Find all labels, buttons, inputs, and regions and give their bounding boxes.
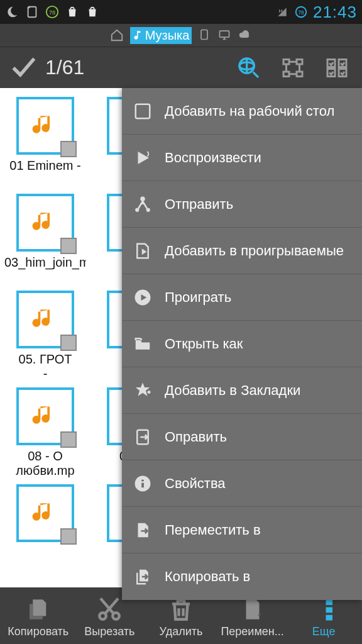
music-file-icon <box>29 399 57 433</box>
status-icon-moon <box>5 5 19 19</box>
svg-rect-12 <box>283 72 289 77</box>
menu-item-move-to[interactable]: Переместить в <box>122 507 362 553</box>
tablet-icon[interactable] <box>198 28 212 42</box>
menu-item-add-desktop[interactable]: Добавить на рабочий стол <box>122 88 362 135</box>
web-search-button[interactable] <box>233 52 265 84</box>
menu-item-label: Добавить в проигрываемые <box>165 243 344 259</box>
menu-item-bookmark[interactable]: Добавить в Закладки <box>122 367 362 414</box>
file-thumb <box>16 484 74 542</box>
send-icon <box>132 194 153 215</box>
menu-item-label: Воспроизвести <box>165 150 261 166</box>
svg-rect-0 <box>28 7 36 18</box>
cloud-icon[interactable] <box>238 28 252 42</box>
svg-rect-6 <box>201 30 207 40</box>
more-button[interactable]: Еще <box>289 596 358 638</box>
selection-overlay-icon <box>60 431 77 448</box>
menu-item-label: Оправить <box>165 429 227 445</box>
selection-overlay-icon <box>60 528 77 545</box>
delete-label: Удалить <box>160 625 203 638</box>
add-playing-icon <box>132 240 153 262</box>
svg-rect-10 <box>283 59 289 64</box>
svg-point-20 <box>135 208 139 211</box>
svg-rect-13 <box>297 72 302 77</box>
svg-rect-7 <box>220 31 229 37</box>
menu-item-label: Проиграть <box>165 289 231 306</box>
menu-item-label: Свойства <box>165 475 226 492</box>
rename-button[interactable]: Переимен... <box>218 596 287 638</box>
share-icon <box>132 426 153 448</box>
menu-item-label: Копировать в <box>165 569 250 585</box>
svg-point-19 <box>140 196 145 201</box>
menu-item-label: Открыть как <box>165 336 243 352</box>
menu-item-label: Переместить в <box>165 522 261 538</box>
svg-text:78: 78 <box>298 10 304 16</box>
menu-item-open-as[interactable]: Открыть как <box>122 321 362 367</box>
select-all-button[interactable] <box>321 52 353 84</box>
music-file-icon <box>29 108 57 142</box>
selection-toolbar: 1/61 <box>0 47 362 88</box>
rename-label: Переимен... <box>221 625 283 638</box>
file-label: 05. ГРОТ - <box>19 352 72 382</box>
file-thumb <box>16 194 74 252</box>
open-as-icon <box>132 333 153 355</box>
tree-view-button[interactable] <box>277 52 309 84</box>
svg-text:78: 78 <box>49 9 55 16</box>
file-thumb <box>16 291 74 348</box>
file-item[interactable]: 08 - О любви.mp <box>0 382 90 479</box>
menu-item-play[interactable]: Воспроизвести <box>122 135 362 181</box>
menu-item-share[interactable]: Оправить <box>122 414 362 460</box>
bookmark-icon <box>132 380 153 401</box>
status-icon-sd <box>25 5 39 19</box>
desktop-icon[interactable] <box>218 28 232 42</box>
menu-item-label: Отправить <box>165 196 233 213</box>
file-item[interactable]: 03_him_join_me_in_ <box>0 189 90 286</box>
copy-icon <box>25 596 52 623</box>
menu-item-properties[interactable]: Свойства <box>122 460 362 507</box>
music-file-icon <box>29 302 57 336</box>
menu-item-copy-to[interactable]: Копировать в <box>122 553 362 600</box>
copy-button[interactable]: Копировать <box>4 596 73 638</box>
status-icon-bag-2 <box>85 5 99 19</box>
status-icon-network: H <box>275 5 289 19</box>
scissors-icon <box>96 596 123 623</box>
file-label: 03_him_join_me_in_ <box>4 255 86 286</box>
menu-item-send[interactable]: Отправить <box>122 181 362 228</box>
copy-label: Копировать <box>8 625 69 638</box>
file-thumb <box>16 97 74 155</box>
cut-button[interactable]: Вырезать <box>75 596 144 638</box>
status-icon-battery-badge: 78 <box>45 5 59 19</box>
music-file-icon <box>29 205 57 239</box>
move-to-icon <box>132 519 153 541</box>
menu-item-label: Добавить в Закладки <box>165 382 300 399</box>
breadcrumb-music[interactable]: Музыка <box>130 27 192 44</box>
play2-icon <box>132 287 153 308</box>
selection-counter: 1/61 <box>45 56 84 79</box>
status-icon-clock: 78 <box>294 5 308 19</box>
menu-item-add-playing[interactable]: Добавить в проигрываемые <box>122 228 362 274</box>
more-label: Еще <box>312 625 336 638</box>
confirm-check-icon[interactable] <box>9 54 36 82</box>
svg-rect-18 <box>136 104 150 118</box>
status-icon-bag <box>65 5 79 19</box>
svg-rect-27 <box>326 599 333 605</box>
svg-rect-11 <box>297 59 302 64</box>
file-item[interactable]: 01 Eminem - <box>0 92 90 189</box>
properties-icon <box>132 473 153 494</box>
context-menu: Добавить на рабочий столВоспроизвестиОтп… <box>122 88 362 600</box>
selection-overlay-icon <box>60 141 77 157</box>
home-icon[interactable] <box>110 28 124 42</box>
add-desktop-icon <box>132 101 153 122</box>
android-status-bar: 78 H 78 21:43 <box>0 0 362 24</box>
copy-to-icon <box>132 566 153 587</box>
svg-rect-29 <box>326 614 333 620</box>
menu-item-play2[interactable]: Проиграть <box>122 274 362 321</box>
delete-button[interactable]: Удалить <box>146 596 216 638</box>
file-label: 01 Eminem - <box>9 158 80 189</box>
file-item[interactable]: 05. ГРОТ - <box>0 286 90 382</box>
play-icon <box>132 147 153 169</box>
music-note-icon <box>131 30 143 41</box>
svg-rect-28 <box>326 607 333 613</box>
cut-label: Вырезать <box>84 625 134 638</box>
status-time: 21:43 <box>313 3 357 22</box>
file-item[interactable] <box>0 479 90 576</box>
